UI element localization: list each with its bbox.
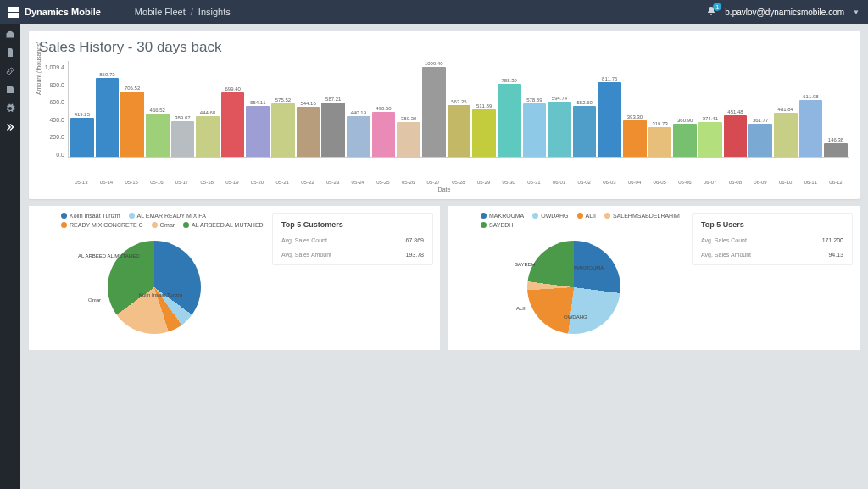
bar[interactable]: 380.30 — [397, 61, 420, 157]
bar[interactable]: 481.84 — [774, 61, 798, 157]
bar[interactable]: 440.19 — [347, 61, 370, 157]
bar[interactable]: 544.16 — [297, 61, 320, 157]
bar[interactable]: 554.11 — [246, 61, 270, 157]
legend-item[interactable]: Omar — [152, 222, 175, 228]
breadcrumb-root[interactable]: Mobile Fleet — [135, 7, 186, 17]
bar[interactable]: 511.89 — [472, 61, 496, 157]
bar[interactable]: 319.73 — [648, 61, 672, 157]
users-legend: MAKROUMAOWDAHGALIISALEHMSABDELRAHIMSAYED… — [481, 213, 692, 228]
user-area: 1 b.pavlov@dynamicsmobile.com ▼ — [706, 6, 860, 18]
plot-area: 419.25850.73706.52466.52389.07444.68699.… — [68, 61, 849, 158]
bar[interactable]: 552.50 — [573, 61, 597, 157]
legend-item[interactable]: ALII — [577, 213, 596, 219]
bar[interactable]: 1009.40 — [422, 61, 446, 157]
customers-legend: Kolin Insaat TurizmAL EMAR READY MIX FAR… — [61, 213, 272, 228]
bar[interactable]: 444.68 — [196, 61, 220, 157]
brand-logo[interactable]: Dynamics Mobile — [8, 7, 101, 18]
bar[interactable]: 466.52 — [146, 61, 170, 157]
bar[interactable]: 850.73 — [96, 61, 120, 157]
bar[interactable]: 699.40 — [221, 61, 245, 157]
legend-item[interactable]: Kolin Insaat Turizm — [61, 213, 120, 219]
bar[interactable]: 393.30 — [623, 61, 647, 157]
users-pie: MAKROUMA OWDAHG ALII SAYEDH — [455, 231, 692, 343]
customers-stats-title: Top 5 Customers — [281, 220, 424, 229]
bar[interactable]: 594.74 — [548, 61, 571, 157]
bar[interactable]: 419.25 — [70, 61, 94, 157]
breadcrumb: Mobile Fleet / Insights — [135, 7, 231, 17]
link-icon[interactable] — [5, 66, 15, 76]
bar[interactable]: 706.52 — [120, 61, 144, 157]
y-axis: 1,009.4 800.0 600.0 400.0 200.0 0.0 — [39, 64, 68, 158]
bar[interactable]: 575.52 — [271, 61, 295, 157]
bar[interactable]: 490.50 — [372, 61, 396, 157]
users-stats: Top 5 Users Avg. Sales Count171 200 Avg.… — [692, 213, 853, 265]
logo-icon — [8, 7, 19, 18]
legend-item[interactable]: SALEHMSABDELRAHIM — [604, 213, 680, 219]
users-card: MAKROUMAOWDAHGALIISALEHMSABDELRAHIMSAYED… — [448, 206, 860, 350]
bar[interactable]: 451.48 — [724, 61, 748, 157]
notif-badge: 1 — [713, 3, 721, 11]
bar[interactable]: 360.90 — [673, 61, 697, 157]
bar-chart: Amount (thousands) 1,009.4 800.0 600.0 4… — [39, 61, 849, 180]
bar[interactable]: 374.41 — [698, 61, 722, 157]
brand-name: Dynamics Mobile — [25, 7, 101, 17]
home-icon[interactable] — [5, 29, 15, 39]
bar[interactable]: 563.25 — [448, 61, 471, 157]
notifications-button[interactable]: 1 — [706, 6, 716, 18]
save-icon[interactable] — [5, 85, 15, 95]
pie-chart-icon — [527, 241, 620, 334]
bar[interactable]: 811.75 — [598, 61, 621, 157]
x-axis-ticks: 05-1305-1405-1505-1605-1705-1805-1905-20… — [68, 180, 849, 185]
legend-item[interactable]: AL EMAR READY MIX FA — [129, 213, 206, 219]
legend-item[interactable]: OWDAHG — [532, 213, 568, 219]
bar[interactable]: 146.38 — [824, 61, 848, 157]
legend-item[interactable]: SAYEDH — [481, 222, 513, 228]
bar[interactable]: 361.77 — [748, 61, 772, 157]
bar[interactable]: 578.89 — [523, 61, 547, 157]
bar[interactable]: 587.21 — [321, 61, 345, 157]
doc-icon[interactable] — [5, 47, 15, 58]
breadcrumb-sep: / — [191, 7, 193, 17]
user-email[interactable]: b.pavlov@dynamicsmobile.com — [725, 8, 844, 17]
top-bar: Dynamics Mobile Mobile Fleet / Insights … — [0, 0, 868, 24]
users-stats-title: Top 5 Users — [701, 220, 843, 229]
customers-card: Kolin Insaat TurizmAL EMAR READY MIX FAR… — [29, 206, 440, 350]
bar[interactable]: 389.07 — [171, 61, 195, 157]
main-content: Sales History - 30 days back Amount (tho… — [20, 24, 868, 489]
page-title: Sales History - 30 days back — [39, 39, 849, 56]
expand-icon[interactable] — [5, 122, 15, 132]
sidebar — [0, 24, 20, 489]
breadcrumb-leaf[interactable]: Insights — [198, 7, 231, 17]
legend-item[interactable]: READY MIX CONCRETE C — [61, 222, 143, 228]
chevron-down-icon[interactable]: ▼ — [853, 8, 860, 16]
bar[interactable]: 788.39 — [498, 61, 521, 157]
customers-stats: Top 5 Customers Avg. Sales Count67 869 A… — [272, 213, 433, 265]
bar[interactable]: 611.08 — [799, 61, 823, 157]
x-axis-label: Date — [39, 186, 849, 192]
sales-history-panel: Sales History - 30 days back Amount (tho… — [29, 31, 860, 199]
legend-item[interactable]: AL ARBEED AL MUTAHED — [183, 222, 264, 228]
gear-icon[interactable] — [5, 103, 15, 114]
y-axis-label: Amount (thousands) — [36, 42, 42, 95]
legend-item[interactable]: MAKROUMA — [481, 213, 524, 219]
customers-pie: AL ARBEED AL MUTAHED Kolin Insaat Turizm… — [36, 231, 272, 343]
